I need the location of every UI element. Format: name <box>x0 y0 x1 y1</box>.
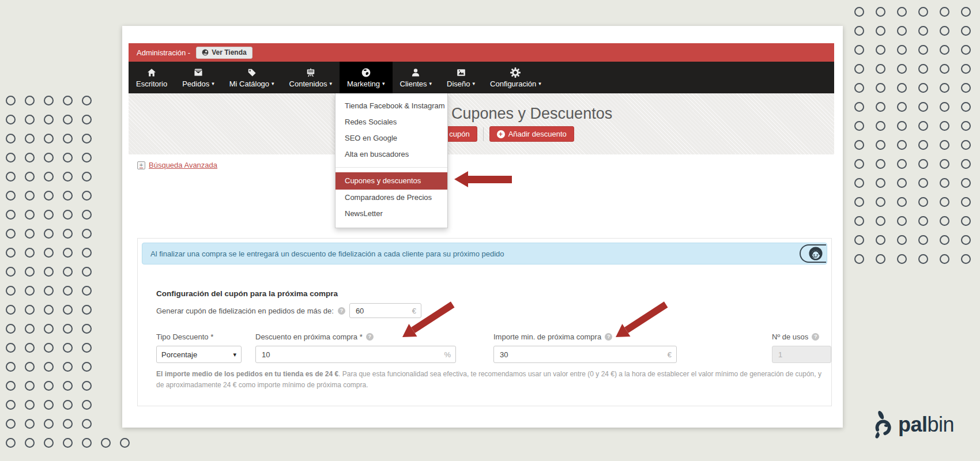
decorative-circle <box>63 134 73 143</box>
decorative-circle <box>44 191 54 201</box>
support-widget[interactable] <box>800 244 826 263</box>
decorative-circle <box>854 121 864 131</box>
generate-threshold-input[interactable] <box>349 303 421 318</box>
section-title: Configuración del cupón para la próxima … <box>156 289 338 298</box>
decorative-circle <box>918 178 928 188</box>
orders-icon <box>193 67 203 78</box>
decorative-circle <box>918 45 928 55</box>
easel-icon <box>306 67 316 78</box>
menu-item-tienda-facebook-instagram[interactable]: Tienda Facebook & Instagram <box>336 98 447 114</box>
decorative-circle <box>961 121 971 131</box>
help-icon[interactable]: ? <box>338 307 345 315</box>
decorative-circle <box>940 178 949 188</box>
add-discount-button[interactable]: + Añadir descuento <box>489 126 574 142</box>
decorative-circle <box>6 343 16 353</box>
decorative-circle <box>918 121 928 131</box>
decorative-circle <box>961 159 971 169</box>
main-nav: Escritorio Pedidos▾ Mi Catálogo▾ <box>129 62 834 93</box>
field-uses-count: Nº de usos ? <box>772 332 831 363</box>
decorative-circle <box>854 140 864 150</box>
decorative-circle <box>63 324 73 334</box>
chevron-down-icon: ▾ <box>382 81 385 86</box>
nav-item-clientes[interactable]: Clientes▾ <box>393 62 440 93</box>
nav-item-configuracion[interactable]: Configuración▾ <box>483 62 549 93</box>
decorative-circle <box>876 83 885 93</box>
menu-item-comparadores-de-precios[interactable]: Comparadores de Precios <box>336 190 447 206</box>
decorative-circle <box>961 178 971 188</box>
view-store-button[interactable]: Ver Tienda <box>196 47 252 59</box>
decorative-circle <box>940 140 949 150</box>
decorative-circle <box>44 229 54 239</box>
next-purchase-discount-input[interactable] <box>255 346 456 363</box>
chevron-down-icon: ▾ <box>473 81 476 86</box>
decorative-circle <box>63 286 73 296</box>
decorative-circle <box>940 26 949 36</box>
decorative-circle <box>44 286 54 296</box>
page-header: Cupones y Descuentos + Añadir cupón + Añ… <box>129 93 834 154</box>
nav-item-pedidos[interactable]: Pedidos▾ <box>175 62 222 93</box>
tag-icon <box>247 67 257 78</box>
decorative-circle <box>44 172 54 182</box>
decorative-circle <box>25 362 35 372</box>
menu-item-cupones-y-descuentos[interactable]: Cupones y descuentos <box>336 172 447 190</box>
decorative-circle <box>854 197 864 207</box>
decorative-circle <box>82 229 92 239</box>
coupon-config-panel: Al finalizar una compra se le entregará … <box>137 238 832 406</box>
menu-item-newsletter[interactable]: NewsLetter <box>336 206 447 222</box>
menu-item-seo-en-google[interactable]: SEO en Google <box>336 130 447 146</box>
decorative-circle <box>940 7 949 17</box>
discount-type-select-wrap: Porcentaje ▾ <box>156 346 242 363</box>
decorative-circle <box>82 419 92 429</box>
chevron-down-icon: ▾ <box>212 81 214 86</box>
decorative-circle <box>25 248 35 258</box>
menu-item-redes-sociales[interactable]: Redes Sociales <box>336 114 447 130</box>
decorative-circle <box>82 381 92 391</box>
generate-threshold-wrap: € <box>349 303 421 318</box>
decorative-circle <box>6 400 16 410</box>
help-icon[interactable]: ? <box>812 333 819 341</box>
decorative-circle <box>82 172 92 182</box>
currency-suffix: € <box>668 350 672 359</box>
decorative-circle <box>854 26 864 36</box>
decorative-circle <box>854 102 864 112</box>
decorative-circle <box>44 115 54 124</box>
nav-item-escritorio[interactable]: Escritorio <box>129 62 175 93</box>
decorative-circle <box>897 178 907 188</box>
decorative-circle <box>6 324 16 334</box>
decorative-circle <box>876 216 885 226</box>
decorative-circle <box>897 26 907 36</box>
decorative-circle <box>897 216 907 226</box>
menu-item-alta-en-buscadores[interactable]: Alta en buscadores <box>336 146 447 163</box>
decorative-circle <box>961 64 971 74</box>
advanced-search-link[interactable]: + Búsqueda Avanzada <box>137 161 217 169</box>
decorative-circle <box>961 83 971 93</box>
decorative-circle <box>6 153 16 163</box>
admin-window-card: Administración - Ver Tienda Escritorio P… <box>122 26 843 428</box>
decorative-circle <box>918 7 928 17</box>
decorative-circle <box>876 235 885 245</box>
decorative-circle <box>63 305 73 315</box>
decorative-circle <box>897 102 907 112</box>
palbin-logo: palbin <box>872 410 954 439</box>
help-icon[interactable]: ? <box>605 333 612 341</box>
nav-item-marketing[interactable]: Marketing▾ <box>340 62 393 93</box>
min-next-purchase-input[interactable] <box>493 346 677 363</box>
nav-item-contenidos[interactable]: Contenidos▾ <box>282 62 340 93</box>
nav-item-diseno[interactable]: Diseño▾ <box>439 62 483 93</box>
decorative-circle <box>25 229 35 239</box>
decorative-circle <box>25 210 35 220</box>
decorative-circle <box>897 159 907 169</box>
discount-type-select[interactable]: Porcentaje <box>156 346 242 363</box>
help-icon[interactable]: ? <box>366 333 374 341</box>
decorative-circle <box>6 267 16 277</box>
decorative-circle <box>6 362 16 372</box>
decorative-circle <box>940 197 949 207</box>
decorative-circle <box>63 172 73 182</box>
decorative-circle <box>940 235 949 245</box>
decorative-circle <box>82 343 92 353</box>
decorative-circle <box>918 102 928 112</box>
decorative-circle <box>876 26 885 36</box>
expand-plus-icon: + <box>137 161 145 169</box>
menu-divider <box>336 167 447 168</box>
nav-item-mi-catalogo[interactable]: Mi Catálogo▾ <box>222 62 282 93</box>
